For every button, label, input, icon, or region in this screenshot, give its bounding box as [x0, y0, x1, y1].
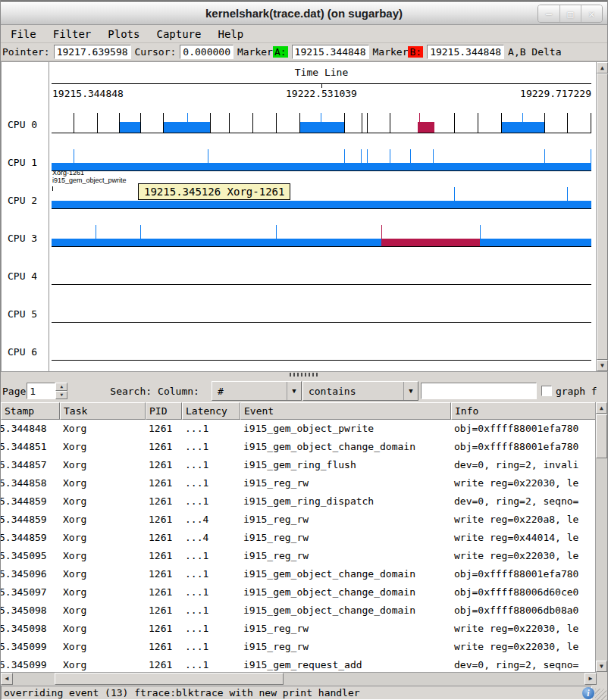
scroll-up-icon: ▲: [600, 64, 604, 71]
table-cell: 1261: [146, 420, 182, 438]
event-tick: [410, 149, 411, 164]
table-cell: 5.345097: [1, 583, 60, 602]
event-tick: [419, 113, 420, 133]
match-select[interactable]: contains ▼: [302, 381, 418, 401]
event-tick: [361, 149, 362, 164]
table-cell: i915_gem_object_change_domain: [240, 602, 451, 620]
resize-grip[interactable]: [595, 689, 606, 700]
table-cell: Xorg: [60, 438, 146, 456]
menu-item-plots[interactable]: Plots: [101, 27, 146, 42]
timeline-graph[interactable]: Time Line 19215.344848 19222.531039 1922…: [1, 61, 608, 372]
table-row[interactable]: 5.345097Xorg1261...1i915_gem_object_chan…: [1, 583, 597, 602]
scroll-down-icon: ▼: [600, 663, 603, 670]
table-cell: Xorg: [60, 565, 146, 583]
table-row[interactable]: 5.345099Xorg1261...1i915_gem_request_add…: [1, 656, 597, 672]
table-row[interactable]: 5.344859Xorg1261...1i915_gem_ring_dispat…: [1, 492, 597, 511]
table-row[interactable]: 5.344851Xorg1261...1i915_gem_object_chan…: [1, 438, 597, 456]
scroll-down-icon: ▼: [600, 362, 604, 369]
event-tick: [367, 149, 368, 164]
table-cell: i915_reg_rw: [240, 620, 451, 638]
table-cell: 1261: [146, 438, 182, 456]
table-scroll-up-button[interactable]: ▲: [596, 402, 607, 414]
scroll-left-button[interactable]: ◀: [1, 673, 13, 685]
cpu-label: CPU 0: [8, 119, 47, 130]
table-row[interactable]: 5.345099Xorg1261...1i915_reg_rwwrite reg…: [1, 638, 597, 656]
page-spin-down-button[interactable]: ▼: [55, 391, 67, 399]
pane-splitter-handle[interactable]: [290, 373, 320, 377]
table-row[interactable]: 5.344859Xorg1261...4i915_reg_rwwrite reg…: [1, 511, 597, 529]
close-button[interactable]: ✕: [581, 5, 602, 22]
event-tick: [344, 149, 345, 164]
menu-item-help[interactable]: Help: [211, 27, 250, 42]
event-tick: [210, 113, 211, 133]
table-vertical-scrollbar[interactable]: ▲ ▼: [595, 402, 607, 672]
column-header-latency[interactable]: Latency: [182, 402, 240, 420]
table-cell: i915_reg_rw: [240, 511, 451, 529]
table-cell: 1261: [146, 656, 182, 672]
minimize-button[interactable]: –: [538, 5, 559, 22]
maximize-button[interactable]: □: [559, 5, 581, 22]
graph-vertical-scrollbar[interactable]: ▲ ▼: [596, 62, 608, 371]
table-cell: obj=0xffff88006d60ce0: [451, 583, 597, 602]
column-select[interactable]: # ▼: [212, 381, 302, 401]
graph-scroll-up-button[interactable]: ▲: [597, 62, 608, 73]
event-tick: [478, 113, 478, 133]
graph-scroll-down-button[interactable]: ▼: [597, 360, 608, 371]
table-row[interactable]: 5.345098Xorg1261...1i915_reg_rwwrite reg…: [1, 620, 597, 638]
table-scroll-thumb[interactable]: [596, 414, 607, 458]
menu-item-file[interactable]: File: [4, 27, 43, 42]
cpu-label: CPU 6: [8, 346, 47, 358]
column-header-event[interactable]: Event: [240, 402, 451, 420]
table-cell: i915_gem_object_change_domain: [240, 438, 451, 456]
table-cell: i915_reg_rw: [240, 638, 451, 656]
graph-follows-checkbox[interactable]: [541, 386, 552, 396]
search-controls-bar: Page ▲ ▼ Search: Column: # ▼ contains ▼ …: [1, 380, 607, 402]
table-horizontal-scrollbar[interactable]: ◀ ▶: [1, 672, 597, 685]
table-row[interactable]: 5.344858Xorg1261...1i915_reg_rwwrite reg…: [1, 474, 597, 492]
table-row[interactable]: 5.344848Xorg1261...1i915_gem_object_pwri…: [1, 420, 597, 438]
page-spinbox[interactable]: ▲ ▼: [27, 383, 67, 399]
page-input[interactable]: [27, 383, 55, 399]
column-header-stamp[interactable]: Stamp: [1, 402, 60, 420]
marker-b-badge[interactable]: B:: [408, 46, 423, 58]
table-cell: i915_gem_request_add: [240, 656, 451, 672]
table-cell: i915_reg_rw: [240, 547, 451, 565]
table-row[interactable]: 5.344859Xorg1261...4i915_reg_rwwrite reg…: [1, 529, 597, 547]
table-cell: Xorg: [60, 602, 146, 620]
page-spin-up-button[interactable]: ▲: [55, 383, 67, 391]
menu-item-filter[interactable]: Filter: [46, 27, 99, 42]
page-label: Page: [2, 386, 26, 397]
search-input[interactable]: [421, 383, 537, 399]
table-cell: i915_gem_ring_dispatch: [240, 492, 451, 511]
table-cell: 5.344857: [1, 456, 60, 474]
table-row[interactable]: 5.344857Xorg1261...1i915_gem_ring_flushd…: [1, 456, 597, 474]
table-cell: i915_gem_object_change_domain: [240, 583, 451, 602]
column-header-task[interactable]: Task: [60, 402, 146, 420]
column-header-pid[interactable]: PID: [146, 402, 182, 420]
event-tick: [140, 113, 141, 133]
table-cell: dev=0, ring=2, seqno=: [451, 656, 597, 672]
event-tick: [367, 113, 368, 133]
table-row[interactable]: 5.345098Xorg1261...1i915_gem_object_chan…: [1, 602, 597, 620]
menu-item-capture[interactable]: Capture: [149, 27, 208, 42]
table-scroll-down-button[interactable]: ▼: [596, 661, 607, 672]
table-cell: 5.344859: [1, 511, 60, 529]
table-cell: ...1: [182, 583, 240, 602]
table-row[interactable]: 5.345096Xorg1261...1i915_gem_object_chan…: [1, 565, 597, 583]
match-select-value: contains: [303, 386, 403, 397]
title-bar[interactable]: kernelshark(trace.dat) (on sugarbay) – □…: [1, 1, 607, 25]
table-cell: Xorg: [60, 529, 146, 547]
table-cell: 1261: [146, 511, 182, 529]
marker-info-bar: Pointer: 19217.639598 Cursor: 0.000000 M…: [1, 43, 607, 61]
table-row[interactable]: 5.345095Xorg1261...1i915_reg_rwwrite reg…: [1, 547, 597, 565]
table-cell: i915_gem_object_change_domain: [240, 565, 451, 583]
horizontal-scroll-thumb[interactable]: [55, 673, 284, 685]
graph-scroll-thumb[interactable]: [597, 73, 608, 360]
marker-a-badge[interactable]: A:: [273, 46, 288, 58]
event-tick: [208, 149, 208, 164]
scroll-right-button[interactable]: ▶: [584, 673, 597, 685]
event-tick: [501, 113, 502, 133]
column-header-info[interactable]: Info: [451, 402, 597, 420]
table-cell: Xorg: [60, 456, 146, 474]
info-icon[interactable]: i: [582, 687, 594, 699]
